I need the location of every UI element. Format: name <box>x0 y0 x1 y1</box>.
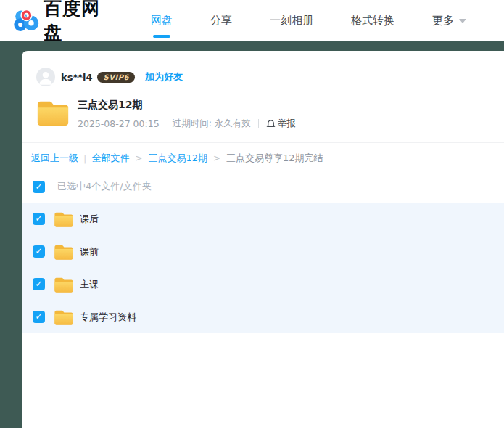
sharer-info: ks**l4 SVIP6 加为好友 <box>36 68 504 86</box>
nav-tab-share[interactable]: 分享 <box>210 14 232 28</box>
page-backdrop: ks**l4 SVIP6 加为好友 三点交易12期 2025-08-27 00:… <box>0 41 504 428</box>
folder-icon <box>36 97 70 128</box>
folder-icon <box>54 211 74 228</box>
folder-icon <box>54 276 74 293</box>
file-list: ✓ 课后 ✓ 课前 ✓ <box>22 203 504 333</box>
person-icon <box>36 68 55 86</box>
row-checkbox[interactable]: ✓ <box>33 213 45 225</box>
file-row[interactable]: ✓ 主课 <box>22 268 504 301</box>
chevron-down-icon <box>459 19 466 23</box>
breadcrumb-pipe: | <box>83 153 86 164</box>
expire-time: 过期时间: 永久有效 <box>173 118 251 130</box>
file-row[interactable]: ✓ 课前 <box>22 235 504 268</box>
nav-tab-more[interactable]: 更多 <box>432 14 466 28</box>
nav-tab-album[interactable]: 一刻相册 <box>270 14 313 28</box>
baidu-netdisk-logo[interactable]: 百度网盘 <box>12 0 117 44</box>
share-info-text: 三点交易12期 2025-08-27 00:15 过期时间: 永久有效 举报 <box>78 97 296 130</box>
row-checkbox[interactable]: ✓ <box>33 278 45 290</box>
share-title: 三点交易12期 <box>78 99 296 112</box>
breadcrumb-all-files[interactable]: 全部文件 <box>91 152 129 165</box>
nav-tab-format-convert[interactable]: 格式转换 <box>351 14 394 28</box>
section-divider <box>22 142 504 143</box>
selection-count-text: 已选中4个文件/文件夹 <box>57 180 152 193</box>
share-content-card: ks**l4 SVIP6 加为好友 三点交易12期 2025-08-27 00:… <box>22 51 504 428</box>
breadcrumb-back-link[interactable]: 返回上一级 <box>31 152 78 165</box>
file-row[interactable]: ✓ 专属学习资料 <box>22 301 504 333</box>
file-name[interactable]: 专属学习资料 <box>80 311 136 324</box>
avatar <box>36 68 55 86</box>
folder-icon <box>54 243 74 261</box>
breadcrumb: 返回上一级 | 全部文件 > 三点交易12期 > 三点交易尊享12期完结 <box>31 152 504 165</box>
breadcrumb-current: 三点交易尊享12期完结 <box>226 152 323 165</box>
breadcrumb-separator: > <box>135 153 142 163</box>
share-meta: 2025-08-27 00:15 过期时间: 永久有效 举报 <box>78 118 296 130</box>
file-name[interactable]: 主课 <box>80 278 99 291</box>
main-nav: 网盘 分享 一刻相册 格式转换 更多 <box>151 14 504 28</box>
file-name[interactable]: 课前 <box>80 245 99 258</box>
cloud-logo-icon <box>12 7 39 34</box>
report-label: 举报 <box>278 118 296 130</box>
sharer-username: ks**l4 <box>61 72 92 83</box>
breadcrumb-separator: > <box>213 153 220 163</box>
brand-name: 百度网盘 <box>44 0 117 44</box>
file-row[interactable]: ✓ 课后 <box>22 203 504 235</box>
svip-badge: SVIP6 <box>97 72 134 83</box>
row-checkbox[interactable]: ✓ <box>33 245 45 258</box>
nav-tab-netdisk[interactable]: 网盘 <box>151 14 173 28</box>
nav-tab-more-label: 更多 <box>432 14 454 28</box>
selection-header: ✓ 已选中4个文件/文件夹 <box>33 180 504 193</box>
folder-icon <box>54 309 74 326</box>
bell-icon <box>266 119 276 128</box>
file-name[interactable]: 课后 <box>80 213 99 226</box>
breadcrumb-folder[interactable]: 三点交易12期 <box>148 152 207 165</box>
share-summary: 三点交易12期 2025-08-27 00:15 过期时间: 永久有效 举报 <box>36 97 504 130</box>
add-friend-link[interactable]: 加为好友 <box>145 70 183 83</box>
row-checkbox[interactable]: ✓ <box>33 311 45 323</box>
top-header: 百度网盘 网盘 分享 一刻相册 格式转换 更多 <box>0 0 504 41</box>
report-button[interactable]: 举报 <box>266 118 296 130</box>
select-all-checkbox[interactable]: ✓ <box>33 181 45 193</box>
share-date: 2025-08-27 00:15 <box>78 118 160 129</box>
meta-divider <box>258 119 259 128</box>
